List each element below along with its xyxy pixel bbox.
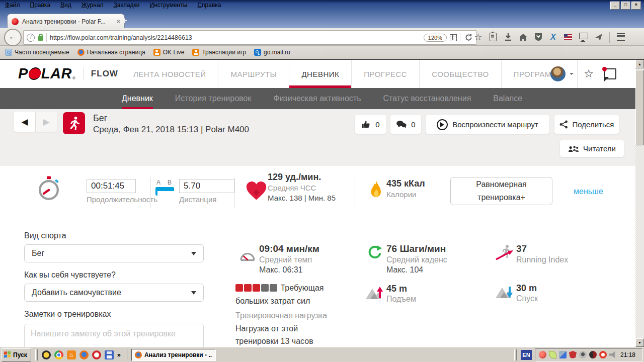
start-button[interactable]: Пуск bbox=[2, 348, 31, 361]
nav-community[interactable]: СООБЩЕСТВО bbox=[420, 60, 501, 88]
address-bar[interactable]: i https://flow.polar.com/training/analys… bbox=[23, 30, 477, 45]
tray-disc-icon[interactable] bbox=[589, 351, 597, 358]
zoom-level-badge[interactable]: 120% bbox=[424, 34, 447, 42]
duration-label: Продолжительность bbox=[87, 195, 157, 204]
sport-type-select[interactable]: Бег bbox=[24, 244, 204, 262]
notes-label: Заметки о тренировках bbox=[24, 310, 111, 319]
monitor-icon[interactable] bbox=[579, 32, 588, 42]
nav-routes[interactable]: МАРШРУТЫ bbox=[218, 60, 289, 88]
subnav-diary[interactable]: Дневник bbox=[122, 88, 153, 109]
aimp-icon[interactable] bbox=[42, 350, 51, 359]
menu-view[interactable]: Вид bbox=[60, 2, 71, 9]
bookmark-star-icon[interactable]: ☆ bbox=[474, 32, 482, 42]
divider bbox=[150, 177, 151, 208]
chevron-down-icon[interactable] bbox=[570, 73, 574, 77]
info-icon[interactable]: i bbox=[27, 34, 35, 42]
bookmark-label: Начальная страница bbox=[87, 49, 145, 56]
active-task-button[interactable]: Анализ тренировки - ... bbox=[131, 349, 216, 361]
tab-close-icon[interactable]: × bbox=[116, 18, 120, 25]
messages-icon[interactable] bbox=[604, 68, 616, 79]
tray-leaf-icon[interactable] bbox=[549, 351, 556, 358]
tray-volume-icon[interactable] bbox=[609, 351, 617, 358]
mail-search-icon bbox=[254, 49, 261, 56]
scrollbar-thumb[interactable] bbox=[635, 70, 644, 145]
ok-icon bbox=[153, 49, 160, 56]
firefox-icon[interactable] bbox=[79, 350, 89, 359]
bookmark-streams[interactable]: Трансляции игр bbox=[192, 49, 246, 56]
pocket-shield-icon[interactable] bbox=[534, 32, 542, 42]
readers-button[interactable]: Читатели bbox=[560, 140, 624, 157]
menu-history[interactable]: Журнал bbox=[82, 2, 104, 9]
distance-input[interactable] bbox=[179, 179, 234, 193]
bookmark-go-mail[interactable]: go.mail.ru bbox=[254, 49, 290, 56]
subnav-activity[interactable]: Физическая активность bbox=[273, 88, 361, 109]
comments-button[interactable]: 0 bbox=[390, 115, 421, 134]
save-app-icon[interactable] bbox=[105, 350, 114, 359]
new-tab-button[interactable]: + bbox=[122, 17, 127, 25]
menu-edit[interactable]: Правка bbox=[30, 2, 51, 9]
url-input[interactable]: https://flow.polar.com/training/analysis… bbox=[50, 34, 421, 41]
home-icon[interactable] bbox=[519, 32, 527, 42]
next-session-button[interactable]: ▶ bbox=[36, 112, 57, 132]
page-scrollbar[interactable]: ▲ ▼ bbox=[635, 60, 644, 347]
max-pace: Макс. 06:31 bbox=[259, 265, 303, 275]
browser-tab[interactable]: Анализ тренировки - Polar F... × bbox=[7, 14, 125, 29]
descent-value: 30 m bbox=[516, 283, 537, 294]
grid-icon[interactable] bbox=[450, 34, 457, 41]
quick-launch-overflow[interactable]: » bbox=[117, 351, 121, 358]
max-cadence: Макс. 104 bbox=[386, 265, 423, 275]
home-app-icon[interactable]: ⌂ bbox=[67, 350, 76, 359]
collapse-link[interactable]: меньше bbox=[574, 187, 603, 196]
replay-route-button[interactable]: Воспроизвести маршрут bbox=[426, 115, 549, 134]
restore-button[interactable]: □ bbox=[621, 2, 630, 10]
tray-network-icon[interactable] bbox=[559, 351, 567, 358]
share-button[interactable]: Поделиться bbox=[554, 115, 619, 134]
language-indicator[interactable]: EN bbox=[521, 350, 532, 360]
tray-ring-icon[interactable] bbox=[599, 351, 607, 358]
subnav-balance[interactable]: Balance bbox=[493, 88, 522, 109]
menu-hamburger-icon[interactable] bbox=[616, 32, 625, 42]
menu-bookmarks[interactable]: Закладки bbox=[114, 2, 140, 9]
x-extension-icon[interactable]: X bbox=[549, 32, 557, 42]
scroll-up-button[interactable]: ▲ bbox=[635, 60, 644, 68]
subnav-recovery[interactable]: Статус восстановления bbox=[383, 88, 471, 109]
clipboard-icon[interactable] bbox=[489, 32, 498, 42]
bookmark-ok-live[interactable]: OK Live bbox=[153, 49, 185, 56]
back-button[interactable]: ← bbox=[4, 29, 22, 46]
training-benefit-button[interactable]: Равномерная тренировка+ bbox=[450, 177, 552, 205]
subnav-history[interactable]: История тренировок bbox=[175, 88, 251, 109]
previous-session-button[interactable]: ◀ bbox=[14, 112, 35, 132]
tray-antivirus-icon[interactable] bbox=[539, 351, 546, 358]
chrome-icon[interactable] bbox=[54, 350, 63, 359]
duration-input[interactable] bbox=[87, 179, 136, 193]
bookmark-frequent[interactable]: Часто посещаемые bbox=[5, 49, 69, 56]
minimize-button[interactable]: _ bbox=[610, 2, 620, 10]
nav-feed[interactable]: ЛЕНТА НОВОСТЕЙ bbox=[121, 60, 218, 88]
menu-file[interactable]: Файл bbox=[5, 2, 20, 9]
tray-webcam-icon[interactable] bbox=[579, 351, 587, 358]
nav-diary[interactable]: ДНЕВНИК bbox=[289, 60, 352, 88]
download-icon[interactable] bbox=[504, 32, 513, 42]
scroll-down-button[interactable]: ▼ bbox=[635, 338, 644, 347]
polar-logo[interactable]: P LAR ® FLOW bbox=[18, 65, 118, 82]
nav-progress[interactable]: ПРОГРЕСС bbox=[352, 60, 420, 88]
tray-shield-icon[interactable] bbox=[569, 351, 577, 358]
avg-hr-label: Средняя ЧСС bbox=[268, 184, 316, 192]
send-icon[interactable] bbox=[595, 32, 603, 42]
opera-icon[interactable] bbox=[92, 350, 101, 359]
menu-tools[interactable]: Инструменты bbox=[150, 2, 188, 9]
avatar[interactable] bbox=[550, 66, 566, 81]
like-button[interactable]: 0 bbox=[355, 115, 386, 134]
polar-favicon-icon bbox=[12, 18, 19, 25]
menu-help[interactable]: Справка bbox=[197, 2, 221, 9]
feeling-select[interactable]: Добавить самочувствие bbox=[24, 284, 204, 302]
running-index-label: Running Index bbox=[516, 255, 568, 264]
flag-icon[interactable] bbox=[564, 32, 573, 42]
reload-icon[interactable] bbox=[463, 33, 473, 43]
avg-hr-value: 129 уд./мин. bbox=[268, 172, 321, 183]
share-icon bbox=[559, 120, 568, 129]
bookmark-homepage[interactable]: Начальная страница bbox=[77, 49, 145, 56]
favorites-star-icon[interactable]: ☆ bbox=[584, 67, 594, 80]
site-nav: ЛЕНТА НОВОСТЕЙ МАРШРУТЫ ДНЕВНИК ПРОГРЕСС… bbox=[121, 60, 578, 88]
close-button[interactable]: × bbox=[631, 2, 641, 10]
